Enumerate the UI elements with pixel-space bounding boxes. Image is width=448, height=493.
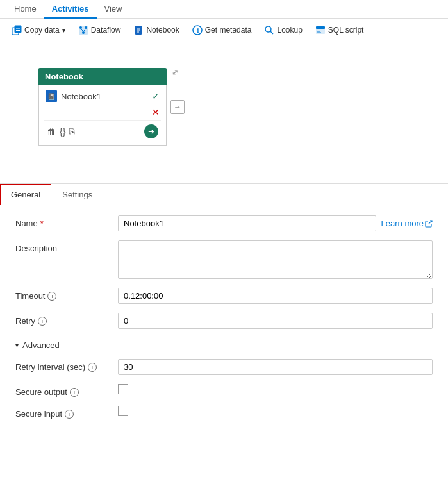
lookup-button[interactable]: Lookup <box>259 22 307 38</box>
get-metadata-button[interactable]: i Get metadata <box>187 22 257 38</box>
tab-settings[interactable]: Settings <box>51 184 103 205</box>
form-row-secure-input: Secure input i <box>15 406 433 419</box>
retry-info-icon[interactable]: i <box>38 317 47 326</box>
description-input-wrap <box>118 240 433 279</box>
node-item-name: Notebook1 <box>61 92 101 101</box>
name-input-wrap: Learn more <box>118 215 433 231</box>
dataflow-icon <box>78 25 88 35</box>
copy-data-dropdown-arrow: ▾ <box>62 27 65 34</box>
secure-output-label: Secure output i <box>15 384 118 397</box>
retry-interval-info-icon[interactable]: i <box>88 363 97 372</box>
retry-interval-label: Retry interval (sec) i <box>15 359 118 372</box>
advanced-section: ▾ Advanced Retry interval (sec) i Secure… <box>15 338 433 419</box>
secure-input-info-icon[interactable]: i <box>65 410 74 419</box>
node-resize-handle[interactable]: ⤢ <box>172 68 178 77</box>
notebook-toolbar-button[interactable]: Notebook <box>128 22 184 38</box>
svg-point-6 <box>85 26 87 29</box>
name-input[interactable] <box>118 215 376 231</box>
retry-interval-input[interactable] <box>118 359 433 375</box>
node-copy-button[interactable]: ⎘ <box>69 126 74 137</box>
node-item-left: Notebook1 <box>46 90 101 102</box>
form-row-retry: Retry i <box>15 313 433 329</box>
node-item: Notebook1 ✓ <box>44 88 161 104</box>
node-header: Notebook ⤢ <box>38 68 167 85</box>
timeout-info-icon[interactable]: i <box>47 292 56 301</box>
form-row-name: Name * Learn more <box>15 215 433 231</box>
dataflow-button[interactable]: Dataflow <box>73 22 126 38</box>
get-metadata-icon: i <box>192 25 203 35</box>
svg-point-7 <box>82 31 85 34</box>
node-arrow-outline-button[interactable]: → <box>170 100 185 114</box>
timeout-input-wrap <box>118 288 433 304</box>
sql-script-button[interactable]: SQL script <box>310 22 369 38</box>
notebook-toolbar-icon <box>133 25 144 35</box>
form-row-timeout: Timeout i <box>15 288 433 304</box>
svg-point-16 <box>265 26 271 32</box>
node-check-icon: ✓ <box>152 91 160 101</box>
secure-input-input-wrap <box>118 406 433 416</box>
retry-interval-input-wrap <box>118 359 433 375</box>
secure-input-label: Secure input i <box>15 406 118 419</box>
tab-bar: General Settings <box>0 184 448 205</box>
description-textarea[interactable] <box>118 240 433 279</box>
node-body: Notebook1 ✓ ✕ 🗑 {} ⎘ ➜ <box>38 85 167 146</box>
secure-output-info-icon[interactable]: i <box>70 388 79 397</box>
retry-input[interactable] <box>118 313 433 329</box>
node-actions: 🗑 {} ⎘ ➜ <box>44 120 161 142</box>
form-row-retry-interval: Retry interval (sec) i <box>15 359 433 375</box>
toolbar: Copy data ▾ Dataflow Notebook i Get meta… <box>0 19 448 42</box>
form-row-description: Description <box>15 240 433 279</box>
secure-output-checkbox[interactable] <box>118 384 128 394</box>
advanced-toggle[interactable]: ▾ Advanced <box>15 338 433 353</box>
node-code-button[interactable]: {} <box>60 126 65 137</box>
tab-general[interactable]: General <box>0 184 51 205</box>
form-row-secure-output: Secure output i <box>15 384 433 397</box>
node-item-icon <box>46 90 57 102</box>
canvas-area: Notebook ⤢ Notebook1 ✓ ✕ 🗑 {} ⎘ ➜ → <box>0 42 448 183</box>
timeout-label: Timeout i <box>15 288 118 301</box>
top-navigation: Home Activities View <box>0 0 448 19</box>
sql-icon <box>315 25 326 35</box>
description-label: Description <box>15 240 118 253</box>
nav-view[interactable]: View <box>97 0 130 19</box>
svg-rect-19 <box>316 26 325 29</box>
node-delete-button[interactable]: 🗑 <box>47 126 56 137</box>
nav-activities[interactable]: Activities <box>44 0 97 19</box>
secure-output-input-wrap <box>118 384 433 394</box>
copy-data-button[interactable]: Copy data ▾ <box>6 22 71 38</box>
advanced-chevron-icon: ▾ <box>15 342 19 349</box>
node-x-icon: ✕ <box>152 107 160 117</box>
retry-input-wrap <box>118 313 433 329</box>
lookup-icon <box>264 25 274 35</box>
node-item-x-row: ✕ <box>44 104 161 120</box>
timeout-input[interactable] <box>118 288 433 304</box>
retry-label: Retry i <box>15 313 118 326</box>
external-link-icon <box>425 220 433 228</box>
name-label: Name * <box>15 215 118 228</box>
node-title: Notebook <box>45 72 83 81</box>
form-area: Name * Learn more Description <box>0 205 448 438</box>
name-required-indicator: * <box>40 219 44 228</box>
node-arrow-button[interactable]: ➜ <box>144 124 158 138</box>
svg-text:i: i <box>197 27 199 34</box>
secure-input-checkbox[interactable] <box>118 406 128 416</box>
svg-line-17 <box>270 31 273 34</box>
svg-point-5 <box>79 26 82 29</box>
copy-icon <box>12 25 22 35</box>
learn-more-link[interactable]: Learn more <box>381 219 433 228</box>
bottom-panel: General Settings Name * Learn more <box>0 183 448 438</box>
nav-home[interactable]: Home <box>6 0 44 19</box>
notebook-node: Notebook ⤢ Notebook1 ✓ ✕ 🗑 {} ⎘ ➜ → <box>38 68 167 146</box>
